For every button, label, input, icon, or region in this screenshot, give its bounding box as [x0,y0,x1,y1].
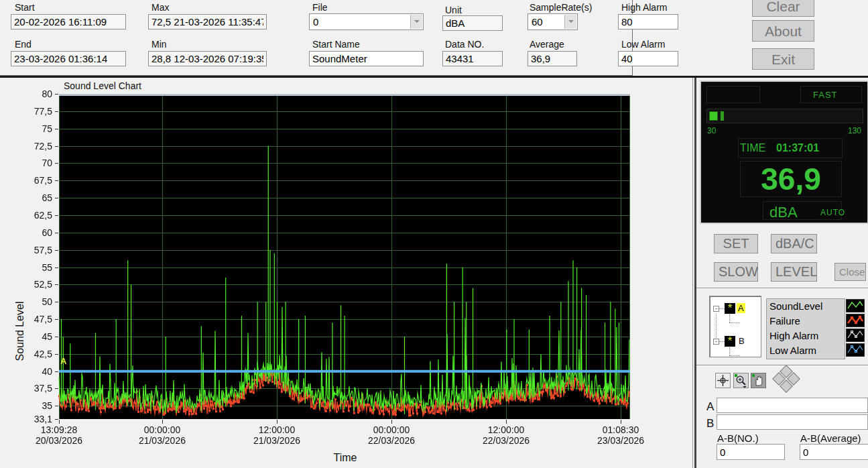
clear-button[interactable]: Clear [752,0,814,17]
slow-button[interactable]: SLOW [714,262,758,282]
chart-title: Sound Level Chart [64,80,141,91]
zoom-tool-button[interactable] [733,373,749,388]
dba-c-button[interactable]: dBA/C [771,234,817,253]
legend-item-low-alarm[interactable]: Low Alarm [767,343,845,358]
sound-level-readout: 36,9 [741,161,841,197]
cursor-b-icon[interactable]: * [725,336,735,347]
low-alarm-label: Low Alarm [621,39,665,50]
legend-item-high-alarm[interactable]: High Alarm [767,329,845,343]
cursor-tree: - * A - * B [709,296,761,357]
fields-panel: Start End Max Min File 0 Start Name Unit… [0,0,633,76]
elapsed-time-value: 01:37:01 [776,142,819,154]
y-tick-label: 67,5 [15,175,52,186]
cursor-a-label[interactable]: A [737,303,745,313]
time-label: TIME [740,142,765,154]
cursor-a-icon[interactable]: * [725,303,735,314]
x-tick-label: 00:00:0021/03/2026 [119,424,206,446]
max-label: Max [151,2,169,13]
start-field[interactable] [11,14,126,30]
data-no-field[interactable] [442,51,503,66]
y-tick-label: 33,1 [15,414,52,424]
legend-item-failure[interactable]: Failure [767,314,845,329]
set-button[interactable]: SET [714,234,758,253]
cursor-a-value-field[interactable] [717,398,868,413]
end-label: End [15,39,32,50]
sample-rate-dropdown[interactable]: 60 [528,13,578,30]
start-name-label: Start Name [312,39,360,50]
low-alarm-line-icon[interactable] [846,343,865,357]
exit-button[interactable]: Exit [752,48,814,70]
collapse-minus-icon[interactable]: - [713,306,719,312]
y-tick-label: 55 [15,262,52,273]
file-dropdown[interactable]: 0 [309,13,424,30]
bar-segment [709,111,718,121]
close-button[interactable]: Close [834,263,866,281]
section-divider [696,288,868,289]
display-frame-box [706,86,760,103]
end-field[interactable] [11,51,126,66]
failure-line-icon[interactable] [846,314,865,327]
soundmeter-app-window: Start End Max Min File 0 Start Name Unit… [0,0,868,468]
level-bar-meter [706,109,863,123]
about-button[interactable]: About [752,20,814,42]
low-alarm-field[interactable] [618,51,678,66]
file-dropdown-value: 0 [313,16,318,27]
ab-average-field[interactable] [800,444,868,460]
sound-level-plot[interactable] [52,91,637,426]
pan-tool-button[interactable] [751,373,766,388]
soundlevel-line-icon[interactable] [846,299,865,312]
start-name-field[interactable] [309,51,424,66]
unit-field[interactable] [442,15,503,31]
x-tick-label: 00:00:0022/03/2026 [348,424,435,446]
high-alarm-field[interactable] [618,14,678,30]
average-field[interactable] [528,51,577,66]
top-bar: Start End Max Min File 0 Start Name Unit… [0,0,868,76]
y-tick-label: 80 [15,89,52,99]
y-tick-label: 77,5 [15,106,52,117]
ab-no-label: A-B(NO.) [717,432,759,444]
x-tick-label: 12:00:0022/03/2026 [462,424,550,446]
y-tick-label: 62,5 [15,210,52,221]
digital-display: FAST 30 130 TIME 01:37:01 36,9 dBA AUTO [700,80,868,224]
tree-connector [729,347,730,355]
tree-connector [719,308,725,309]
y-tick-label: 60 [15,227,52,238]
unit-readout: dBA [769,204,798,221]
cursor-a-row-label: A [706,400,714,414]
y-tick-label: 72,5 [15,141,52,152]
cursor-b-label[interactable]: B [737,336,746,346]
sample-rate-value: 60 [532,16,543,27]
cursor-b-value-field[interactable] [717,414,868,430]
tree-connector [729,323,740,323]
fast-mode-indicator: FAST [813,90,838,100]
chart-panel: Sound Level Chart Sound Level 8077,57572… [0,78,693,468]
min-label: Min [151,39,167,50]
min-field[interactable] [148,51,267,66]
cursor-tool-button[interactable] [715,373,731,388]
chevron-down-icon[interactable] [564,15,576,29]
max-field[interactable] [148,14,267,30]
y-tick-label: 40 [15,366,52,377]
y-tick-label: 50 [15,296,52,307]
data-no-label: Data NO. [445,39,484,50]
tree-connector [729,314,730,323]
ab-average-label: A-B(Average) [800,432,861,444]
auto-mode-indicator: AUTO [820,208,845,217]
y-tick-label: 42,5 [15,349,52,359]
start-label: Start [15,2,35,13]
ab-no-field[interactable] [717,444,785,460]
y-tick-label: 65 [15,192,52,203]
chevron-down-icon[interactable] [410,15,422,29]
x-tick-label: 12:00:0021/03/2026 [233,424,320,446]
collapse-minus-icon[interactable]: - [713,339,719,345]
y-tick-label: 75 [15,123,52,134]
x-tick-label: 01:08:3023/03/2026 [577,424,664,446]
x-axis-label: Time [308,452,382,464]
unit-label: Unit [445,5,462,15]
high-alarm-line-icon[interactable] [846,329,865,342]
graph-scroll-diamond[interactable] [771,366,801,396]
level-button[interactable]: LEVEL [771,262,817,282]
legend-item-soundlevel[interactable]: SoundLevel [767,299,845,314]
cursor-b-row-label: B [706,417,714,430]
y-tick-label: 57,5 [15,245,52,255]
